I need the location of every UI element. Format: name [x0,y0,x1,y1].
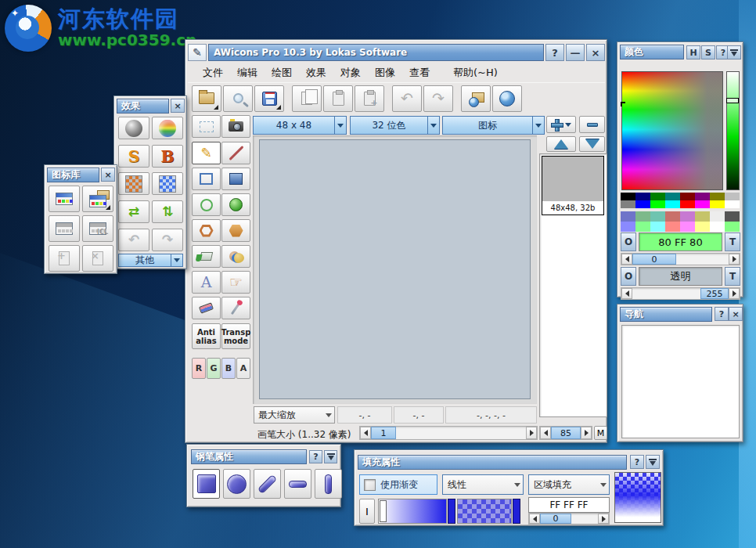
brush-size-scrollbar[interactable]: 1 [359,426,538,440]
gradient-start-marker[interactable] [380,500,387,522]
brush-square-button[interactable] [193,469,220,499]
filled-polygon-tool[interactable] [221,219,250,242]
move-up-button[interactable] [546,136,576,152]
color-rollup-button[interactable] [727,45,741,59]
navigation-close-button[interactable]: × [729,307,743,321]
menu-object[interactable]: 对象 [333,64,368,81]
fill-mode-dropdown[interactable]: 区域填充 [528,474,610,495]
color-swatch[interactable] [680,211,695,222]
colorize-effect-button[interactable] [152,117,183,139]
color-swatch[interactable] [621,211,635,222]
gradient-end-marker[interactable] [448,499,455,524]
channel-a-button[interactable]: A [236,358,250,379]
saturation-mode-button[interactable]: S [701,45,715,59]
copy-button[interactable] [292,85,322,112]
image-type-dropdown[interactable]: 图标 [442,116,545,135]
bevel-effect-button[interactable]: B [152,145,183,168]
color-swatch[interactable] [680,193,695,200]
icon-list[interactable]: 48x48, 32b [539,153,607,417]
color-swatch[interactable] [725,211,740,222]
scroll-right-icon[interactable] [729,288,740,299]
selection-tool[interactable] [192,115,221,138]
antialias-toggle[interactable]: Anti alias [192,323,221,349]
color-swatch[interactable] [725,200,740,208]
remove-image-button[interactable] [579,116,605,133]
color-swatch[interactable] [665,193,680,200]
zoom-dropdown[interactable]: 最大缩放 [254,406,335,424]
eyedropper-tool[interactable] [221,297,250,319]
alpha-value-field[interactable]: 透明 [639,267,722,286]
color-swatch[interactable] [695,222,710,232]
color-swatch[interactable] [710,222,725,232]
scroll-left-icon[interactable] [360,427,371,439]
move-tool[interactable]: ☞ [221,271,250,294]
library-add-icon-button[interactable]: + [49,245,80,272]
brush-hbar-button[interactable] [284,469,311,499]
fill-tool[interactable] [192,245,221,268]
filled-ellipse-tool[interactable] [221,193,250,216]
alpha-scrollbar[interactable]: 255 [621,287,740,300]
scroll-left-icon[interactable] [540,427,551,439]
ellipse-tool[interactable] [192,193,221,216]
color-swatch[interactable] [635,193,650,200]
color-swatch[interactable] [710,193,725,200]
effects-close-button[interactable]: × [171,99,185,113]
color-swatch[interactable] [650,222,665,232]
brush-size-value[interactable]: 1 [371,427,396,439]
open-button[interactable] [192,85,221,112]
color-swatch[interactable] [725,193,740,200]
shadow-effect-button[interactable]: S [118,145,149,168]
color-swatch[interactable] [621,200,635,208]
drawing-canvas[interactable] [259,139,531,399]
color-swatch[interactable] [665,222,680,232]
color-swatch[interactable] [725,222,740,232]
fill-rollup-button[interactable] [646,455,660,469]
paste-button[interactable] [323,85,353,112]
color-swatch[interactable] [695,211,710,222]
scroll-left-icon[interactable] [529,514,540,524]
color-swatch[interactable] [665,200,680,208]
transparent-button[interactable]: T [725,267,740,286]
luminance-handle[interactable] [726,98,739,103]
flip-vertical-button[interactable]: ⇅ [152,200,183,223]
fill-properties-title[interactable]: 填充属性 [358,455,627,470]
fill-help-button[interactable]: ? [630,455,644,469]
library-save-button[interactable] [49,215,80,242]
channel-g-button[interactable]: G [207,358,221,379]
color-swatch[interactable] [635,211,650,222]
line-tool[interactable] [221,142,250,164]
replace-color-tool[interactable] [221,245,250,268]
redo-button[interactable]: ↷ [423,85,453,112]
capture-tool[interactable] [221,115,250,138]
search-button[interactable] [223,85,253,112]
color-swatch[interactable] [695,193,710,200]
color-swatch[interactable] [650,193,665,200]
hue-mode-button[interactable]: H [686,45,700,59]
opaque-button[interactable]: O [621,267,636,286]
pen-rollup-button[interactable] [324,450,337,463]
text-tool[interactable]: A [192,271,221,294]
color-swatch[interactable] [635,222,650,232]
move-down-button[interactable] [579,136,605,152]
color-swatch[interactable] [710,200,725,208]
color-title[interactable]: 颜色 [620,45,684,59]
brush-circle-button[interactable] [223,469,250,499]
undo-button[interactable]: ↶ [392,85,422,112]
color-swatch[interactable] [650,211,665,222]
rectangle-tool[interactable] [192,168,221,190]
pen-help-button[interactable]: ? [309,450,322,463]
library-icl-button[interactable]: ICL [82,215,113,242]
menu-help[interactable]: 帮助(~H) [446,64,505,81]
polygon-tool[interactable] [192,219,221,242]
scroll-right-icon[interactable] [598,514,609,524]
add-image-button[interactable] [546,116,576,133]
m-button[interactable]: M [594,426,607,440]
scroll-left-icon[interactable] [621,288,632,299]
filled-rectangle-tool[interactable] [221,168,250,190]
color-depth-dropdown[interactable]: 32 位色 [350,116,440,135]
channel-r-button[interactable]: R [192,358,206,379]
paste-add-button[interactable]: + [355,85,384,112]
menu-effects[interactable]: 效果 [299,64,333,81]
menu-image[interactable]: 图像 [368,64,402,81]
rotate-right-button[interactable]: ↷ [152,229,183,251]
